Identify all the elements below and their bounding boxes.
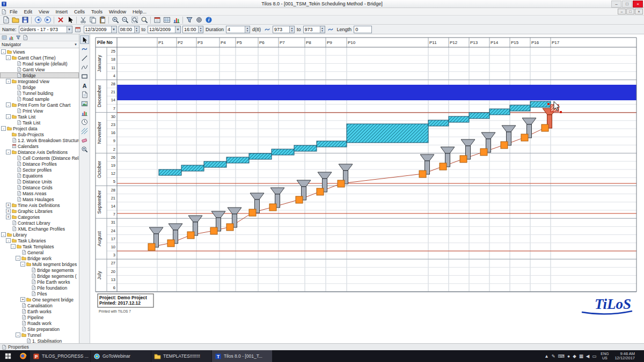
tree-expander-icon[interactable]: - [6,238,11,243]
nav-item-gantt-chart-time[interactable]: -Gantt Chart (Time) [0,55,79,61]
spinner-icon[interactable] [198,26,203,33]
nav-item-print-form-for-gantt-chart[interactable]: -Print Form for Gantt Chart [0,102,79,108]
task-name-input[interactable] [19,26,67,33]
end-time-input[interactable] [183,26,198,33]
tree-expander-icon[interactable]: - [16,256,20,261]
nav-item-distance-grids[interactable]: Distance Grids [0,184,79,190]
spinner-icon[interactable] [245,26,250,33]
nav-item-print-view[interactable]: Print View [0,108,79,114]
curve-tool[interactable] [80,63,89,71]
nav-doc-icon[interactable] [23,35,28,40]
nav-item-views[interactable]: -Views [0,49,79,55]
chart-tool[interactable] [80,108,89,117]
nav-item-earth-works[interactable]: Earth works [0,308,79,314]
tree-expander-icon[interactable]: - [6,114,11,119]
chevron-down-icon[interactable] [175,26,180,33]
image-tool[interactable] [80,99,89,108]
link-tool[interactable] [80,45,89,53]
nav-item-bridge-work[interactable]: -Bridge work [0,255,79,261]
nav-item-bridge-segements[interactable]: Bridge segements [0,267,79,273]
nav-item-time-axis-definitions[interactable]: +Time Axis Definitions [0,202,79,208]
start-date-input[interactable] [84,26,111,33]
nav-item-pile-foundation[interactable]: Pile foundation [0,285,79,291]
taskbar-app-gotowebinar[interactable]: GoToWebinar [91,350,151,362]
tree-expander-icon[interactable]: - [1,49,6,54]
start-time-input[interactable] [119,26,134,33]
nav-item-general[interactable]: General [0,249,79,255]
station-link-icon[interactable] [263,25,271,33]
firefox-icon[interactable] [16,350,30,362]
mdi-restore-button[interactable]: □ [626,9,634,14]
mdi-minimize-button[interactable]: – [618,9,626,14]
nav-item-distance-units[interactable]: Distance Units [0,179,79,184]
zoom-out-icon[interactable] [120,16,129,24]
nav-item-pipeline[interactable]: Pipeline [0,314,79,320]
text-tool[interactable]: A [80,81,89,90]
navigator-header[interactable]: Navigator ▼ [0,41,79,48]
nav-item-tunnel[interactable]: -Tunnel [0,332,79,338]
station-from-input[interactable] [273,26,289,33]
tree-expander-icon[interactable]: - [11,244,16,249]
nav-item-task-libraries[interactable]: -Task Libraries [0,238,79,243]
nav-item-mass-haulages[interactable]: Mass Haulages [0,196,79,202]
new-document-icon[interactable] [1,16,10,24]
tree-expander-icon[interactable]: + [6,215,11,219]
zoom-fit-icon[interactable] [130,16,139,24]
nav-item-graphic-libraries[interactable]: +Graphic Libraries [0,208,79,214]
nav-item-integrated-view[interactable]: -Integrated View [0,78,79,84]
length-link-icon[interactable] [327,25,335,33]
nav-item-tunnel-building[interactable]: Tunnel building [0,90,79,96]
nav-item-mass-areas[interactable]: Mass Areas [0,190,79,196]
tree-expander-icon[interactable]: + [20,297,25,302]
spinner-icon[interactable] [320,26,325,33]
menu-window[interactable]: Window [106,9,129,14]
nav-item-cell-contents-distance-relate[interactable]: Cell Contents (Distance Relate [0,155,79,161]
nav-list-icon[interactable] [2,35,7,40]
taskbar-app-tilos-8-0-001-t[interactable]: TTilos 8.0 - [001_T... [212,350,272,362]
nav-item-bridge-segements[interactable]: Bridge segements ( [0,273,79,279]
volume-icon[interactable]: ◀ [586,353,590,359]
menu-tools[interactable]: Tools [88,9,106,14]
nav-item-pile-earth-works[interactable]: Pile Earth works [0,279,79,285]
eraser-tool[interactable] [80,136,89,144]
station-to-field[interactable] [303,26,325,33]
nav-item-task-templates[interactable]: -Task Templates [0,243,79,249]
start-button[interactable] [0,350,16,362]
tree-expander-icon[interactable]: - [16,333,20,337]
chevron-down-icon[interactable]: ▼ [74,43,77,46]
keyboard-icon[interactable]: ⌨ [558,353,565,359]
paste-icon[interactable] [98,16,107,24]
tree-expander-icon[interactable]: + [6,209,11,213]
chevron-down-icon[interactable] [111,26,116,33]
station-from-field[interactable] [273,26,295,33]
tree-expander-icon[interactable]: - [6,79,11,84]
table-icon[interactable] [162,16,171,24]
station-to-input[interactable] [304,26,320,33]
nav-item-road-sample-default[interactable]: Road sample (default) [0,61,79,67]
zoom-selection-icon[interactable] [140,16,149,24]
nav-item-equations[interactable]: Equations [0,173,79,179]
cloud-icon[interactable]: ● [567,353,570,359]
notification-icon[interactable]: ▭ [592,353,596,359]
tree-expander-icon[interactable]: - [1,126,6,131]
cut-icon[interactable] [78,16,87,24]
nav-item-multi-segment-bridges[interactable]: -Multi segment bridges [0,261,79,267]
chevron-down-icon[interactable] [67,26,72,33]
tree-expander-icon[interactable]: - [20,262,25,267]
zoom-in-icon[interactable] [111,16,120,24]
menu-file[interactable]: File [6,9,21,14]
back-icon[interactable] [33,16,42,24]
save-icon[interactable] [20,16,30,24]
length-input[interactable] [354,26,371,33]
pointer-icon[interactable] [65,16,75,24]
nav-item-categories[interactable]: +Categories [0,214,79,220]
nav-item-canalisation[interactable]: Canalisation [0,302,79,308]
end-date-input[interactable] [148,26,175,33]
duration-field[interactable] [226,26,250,33]
nav-item-sector-profiles[interactable]: Sector profiles [0,167,79,173]
minimize-button[interactable]: – [611,1,621,8]
nav-item-gantt-view[interactable]: Gantt View [0,67,79,72]
nav-item-task-list[interactable]: Task List [0,120,79,125]
language-indicator[interactable]: ENG US [599,352,610,360]
nav-item-bridge[interactable]: Bridge [0,84,79,90]
